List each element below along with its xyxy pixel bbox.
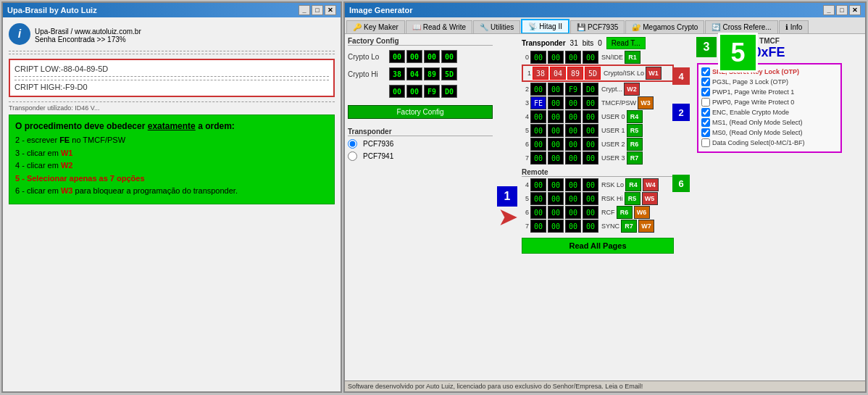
cell-1-2[interactable]: 89 (567, 67, 583, 80)
cb-ms0[interactable] (701, 128, 710, 137)
tab-megamos[interactable]: 🔐 Megamos Crypto (625, 20, 704, 33)
cell-2-1[interactable]: 00 (548, 83, 564, 96)
cell-7-1[interactable]: 00 (548, 151, 564, 165)
rcell-6-1[interactable]: 00 (548, 206, 564, 219)
cell-1-0[interactable]: 38 (533, 67, 548, 80)
radio-pcf7936[interactable] (348, 139, 357, 149)
cell-4-2[interactable]: 00 (565, 110, 581, 123)
tab-info[interactable]: ℹ Info (779, 20, 809, 33)
rbtn-r5[interactable]: R5 (625, 192, 640, 205)
cb-pwp0[interactable] (701, 98, 710, 107)
cell-3-0[interactable]: FE (530, 96, 546, 109)
right-close-btn[interactable]: ✕ (849, 5, 861, 15)
cell-2-3[interactable]: D0 (583, 83, 598, 96)
rbtn-w5[interactable]: W5 (642, 192, 658, 205)
btn-w2[interactable]: W2 (624, 83, 640, 96)
btn-w3[interactable]: W3 (638, 96, 654, 109)
cell-4-0[interactable]: 00 (530, 110, 546, 123)
crypto-lo-0[interactable]: 00 (389, 50, 405, 63)
rbtn-r7[interactable]: R7 (621, 220, 637, 233)
cell-6-3[interactable]: 00 (583, 138, 598, 151)
tab-cross-ref[interactable]: 🔄 Cross Refere... (705, 20, 777, 33)
rbtn-w6[interactable]: W6 (634, 206, 650, 219)
rcell-5-2[interactable]: 00 (565, 192, 581, 205)
cb-skl[interactable] (701, 67, 710, 76)
cb-pg3l[interactable] (701, 78, 710, 86)
left-maximize-btn[interactable]: □ (312, 5, 323, 15)
cb-dcs[interactable] (701, 138, 710, 147)
cell-2-0[interactable]: 00 (530, 83, 546, 96)
rbtn-w7[interactable]: W7 (638, 220, 654, 233)
cell-1-3[interactable]: 5D (585, 67, 601, 80)
btn-r1[interactable]: R1 (625, 51, 640, 64)
factory-config-btn[interactable]: Factory Config (348, 105, 493, 119)
rbtn-r4[interactable]: R4 (625, 178, 641, 191)
right-minimize-btn[interactable]: _ (823, 5, 835, 15)
cell-7-2[interactable]: 00 (565, 151, 581, 165)
cell-7-0[interactable]: 00 (530, 151, 546, 165)
rcell-7-1[interactable]: 00 (548, 220, 564, 233)
read-all-pages-btn[interactable]: Read All Pages (522, 238, 674, 254)
rcell-6-0[interactable]: 00 (530, 206, 546, 219)
crypto-r2-2[interactable]: F9 (424, 85, 440, 98)
cell-0-1[interactable]: 00 (548, 51, 564, 64)
cell-2-2[interactable]: F9 (565, 83, 581, 96)
rcell-5-0[interactable]: 00 (530, 192, 546, 205)
radio-pcf7941[interactable] (348, 151, 357, 161)
tab-read-write[interactable]: 📖 Read & Write (406, 20, 472, 33)
cell-0-0[interactable]: 00 (530, 51, 546, 64)
rcell-4-2[interactable]: 00 (565, 178, 581, 191)
right-maximize-btn[interactable]: □ (836, 5, 848, 15)
crypto-lo-1[interactable]: 00 (406, 50, 422, 63)
rcell-6-2[interactable]: 00 (565, 206, 581, 219)
cell-4-3[interactable]: 00 (583, 110, 598, 123)
cb-ms1[interactable] (701, 118, 710, 127)
crypto-hi-0[interactable]: 38 (389, 67, 405, 80)
cell-1-1[interactable]: 04 (550, 67, 566, 80)
cell-5-1[interactable]: 00 (548, 124, 564, 137)
cell-0-2[interactable]: 00 (565, 51, 581, 64)
cell-3-2[interactable]: 00 (565, 96, 581, 109)
crypto-hi-3[interactable]: 5D (441, 67, 457, 80)
crypto-r2-0[interactable]: 00 (389, 85, 405, 98)
cell-5-3[interactable]: 00 (583, 124, 598, 137)
crypto-r2-3[interactable]: D0 (441, 85, 457, 98)
cell-7-3[interactable]: 00 (583, 151, 598, 165)
crypto-lo-3[interactable]: 00 (441, 50, 457, 63)
cell-5-2[interactable]: 00 (565, 124, 581, 137)
cell-4-1[interactable]: 00 (548, 110, 564, 123)
rcell-4-3[interactable]: 00 (583, 178, 598, 191)
left-close-btn[interactable]: ✕ (325, 5, 336, 15)
cb-pwp1[interactable] (701, 88, 710, 96)
crypto-lo-2[interactable]: 00 (424, 50, 440, 63)
rcell-7-2[interactable]: 00 (565, 220, 581, 233)
btn-r4[interactable]: R4 (627, 110, 643, 123)
left-minimize-btn[interactable]: _ (299, 5, 310, 15)
tab-pcf7935[interactable]: 💾 PCF7935 (570, 20, 625, 33)
cell-3-1[interactable]: 00 (548, 96, 564, 109)
cell-3-3[interactable]: 00 (583, 96, 598, 109)
rcell-7-3[interactable]: 00 (583, 220, 598, 233)
rcell-5-1[interactable]: 00 (548, 192, 564, 205)
cell-6-1[interactable]: 00 (548, 138, 564, 151)
btn-r7[interactable]: R7 (627, 151, 643, 165)
rbtn-w4[interactable]: W4 (643, 178, 659, 191)
rcell-4-0[interactable]: 00 (530, 178, 546, 191)
cell-6-0[interactable]: 00 (530, 138, 546, 151)
crypto-hi-2[interactable]: 89 (424, 67, 440, 80)
tab-hitag-ii[interactable]: 📡 Hitag II (521, 19, 569, 34)
cb-enc[interactable] (701, 108, 710, 117)
btn-r6[interactable]: R6 (627, 138, 643, 151)
tab-key-maker[interactable]: 🔑 Key Maker (346, 20, 405, 33)
crypto-hi-1[interactable]: 04 (406, 67, 422, 80)
rbtn-r6[interactable]: R6 (617, 206, 633, 219)
cell-0-3[interactable]: 00 (583, 51, 598, 64)
read-tag-btn[interactable]: Read T... (606, 37, 646, 49)
tab-utilities[interactable]: 🔧 Utilities (473, 20, 520, 33)
rcell-4-1[interactable]: 00 (548, 178, 564, 191)
rcell-6-3[interactable]: 00 (583, 206, 598, 219)
cell-6-2[interactable]: 00 (565, 138, 581, 151)
cell-5-0[interactable]: 00 (530, 124, 546, 137)
rcell-5-3[interactable]: 00 (583, 192, 598, 205)
btn-w1[interactable]: W1 (646, 67, 662, 80)
